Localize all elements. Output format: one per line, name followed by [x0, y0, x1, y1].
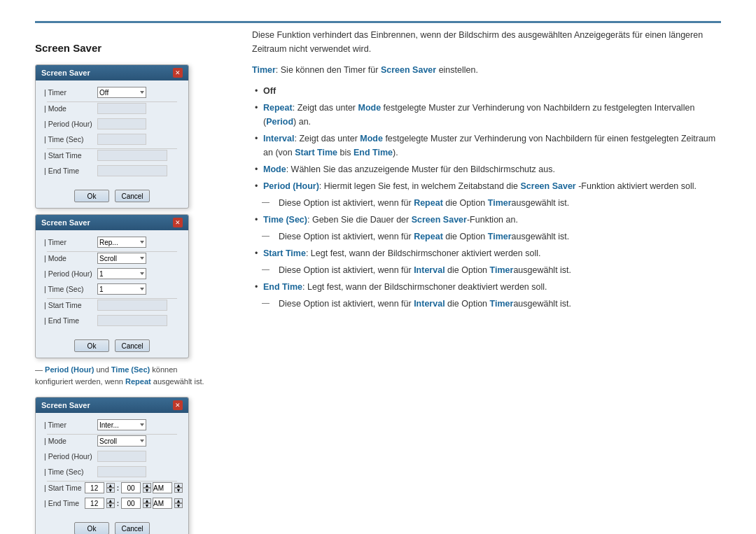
dialog-1-cancel-button[interactable]: Cancel: [115, 190, 150, 202]
bullet-timesec-sub-text: Diese Option ist aktiviert, wenn für: [279, 232, 414, 241]
bullet-timesec-sub-bold1: Repeat: [414, 232, 443, 241]
dialog-3-cancel-button[interactable]: Cancel: [115, 522, 150, 534]
dialog-3-end-hour-spinners: ▲ ▼: [106, 498, 115, 508]
dialog-1-disabled-mode: [97, 103, 146, 114]
dialog-1-select-timer[interactable]: Off: [97, 87, 146, 98]
dialog-3-end-hour-down[interactable]: ▼: [106, 503, 115, 508]
dialog-3-start-ampm-spinners: ▲ ▼: [174, 483, 183, 493]
dialog-3-end-hour[interactable]: [85, 498, 104, 509]
bullet-repeat: Repeat: Zeigt das unter Mode festgelegte…: [252, 101, 721, 129]
screen-saver-dialog-2: Screen Saver ✕ | Timer Rep... |: [35, 214, 189, 358]
dialog-2-ok-button[interactable]: Ok: [74, 339, 109, 352]
bullet-starttime-sub-bold1: Interval: [414, 265, 444, 275]
bullet-repeat-suffix: ) an.: [293, 117, 311, 127]
bullet-endtime-mid1: : Legt fest, wann der Bildschirmschoner …: [302, 282, 547, 292]
dialog-1-control-mode: [97, 103, 183, 114]
dialog-3-start-hour-down[interactable]: ▼: [106, 488, 115, 493]
dialog-2-control-mode: Scroll: [97, 253, 183, 264]
bullet-period-mid2: -Funktion aktiviert werden soll.: [576, 181, 696, 191]
dialog-3-start-ampm-up[interactable]: ▲: [174, 483, 183, 488]
dialog-2-select-timer[interactable]: Rep...: [97, 237, 146, 248]
bullet-endtime: End Time: Legt fest, wann der Bildschirm…: [252, 280, 721, 294]
dialog-3-start-min-down[interactable]: ▼: [143, 488, 151, 493]
dialog-3-select-mode[interactable]: Scroll: [97, 435, 146, 447]
dialog-3-end-min[interactable]: [121, 498, 141, 509]
dialog-2-close-button[interactable]: ✕: [173, 218, 183, 227]
bullet-endtime-sub-mid1: die Option: [445, 299, 490, 309]
screen-saver-dialog-3: Screen Saver ✕ | Timer Inter...: [35, 397, 189, 534]
dialog-3-end-min-up[interactable]: ▲: [143, 498, 151, 503]
bullet-starttime-bold1: Start Time: [263, 248, 306, 258]
bullet-repeat-bold2: Mode: [358, 103, 382, 113]
dialog-1-label-timer: | Timer: [41, 88, 97, 97]
dialog-1-row-timer: | Timer Off: [41, 86, 183, 99]
dialog-1-disabled-starttime: [97, 150, 167, 161]
bullet-mode: Mode: Wählen Sie das anzuzeigende Muster…: [252, 162, 721, 176]
dialog-1-titlebar: Screen Saver ✕: [36, 65, 188, 80]
bullet-period-bold2: Screen Saver: [521, 181, 576, 191]
bullet-timesec-sub-suffix: ausgewählt ist.: [512, 232, 570, 241]
dialog-2-control-period: 1: [97, 268, 183, 279]
dialog-3-start-min-spinners: ▲ ▼: [143, 483, 151, 493]
bullet-timesec-suffix: -Funktion an.: [467, 215, 518, 225]
dialog-2-row-endtime: | End Time: [41, 314, 183, 327]
dialog-2-row-timer: | Timer Rep...: [41, 236, 183, 248]
bullet-timesec-sub-bold2: Timer: [488, 232, 512, 241]
bullet-interval-bold2: Mode: [360, 134, 383, 143]
dialog-3-label-period: | Period (Hour): [41, 452, 97, 461]
dialog-caption-1: — Period (Hour) und Time (Sec) können ko…: [35, 364, 217, 387]
dialog-1-wrap: Screen Saver ✕ | Timer Off | Mod: [35, 64, 217, 209]
bullet-interval-mid1: : Zeigt das unter: [294, 134, 360, 143]
dialog-1-label-period: | Period (Hour): [41, 120, 97, 128]
bullet-starttime-sub-text: Diese Option ist aktiviert, wenn für: [279, 265, 414, 275]
dialog-3-control-starttime: ▲ ▼ : ▲ ▼: [85, 482, 183, 493]
dialog-3-select-timer[interactable]: Inter...: [97, 419, 146, 430]
bullet-mode-mid1: : Wählen Sie das anzuzeigende Muster für…: [286, 164, 555, 174]
dialog-3-end-hour-up[interactable]: ▲: [106, 498, 115, 503]
dialog-3-close-button[interactable]: ✕: [173, 400, 183, 410]
dialog-1-row-mode: | Mode: [41, 102, 183, 115]
bullet-repeat-bold1: Repeat: [263, 103, 293, 113]
bullet-interval: Interval: Zeigt das unter Mode festgeleg…: [252, 132, 721, 160]
bullet-mode-bold1: Mode: [263, 164, 286, 174]
dialog-3-time-controls-start: ▲ ▼ : ▲ ▼: [85, 482, 183, 493]
dialog-3-ok-button[interactable]: Ok: [74, 522, 109, 534]
dialog-3-start-hour-up[interactable]: ▲: [106, 483, 115, 488]
dialog-3-start-hour[interactable]: [85, 482, 104, 493]
dialog-1-control-time: [97, 134, 183, 145]
dialog-2-select-period[interactable]: 1: [97, 268, 146, 279]
dialog-2-row-period: | Period (Hour) 1: [41, 267, 183, 280]
dialog-3-wrap: Screen Saver ✕ | Timer Inter...: [35, 397, 217, 534]
dialog-1-footer: Ok Cancel: [36, 185, 188, 208]
bullet-starttime-sub-bold2: Timer: [490, 265, 514, 275]
dialog-2-disabled-endtime: [97, 315, 167, 326]
dialog-3-start-ampm-down[interactable]: ▼: [174, 488, 183, 493]
dialog-3-end-min-down[interactable]: ▼: [143, 503, 151, 508]
bullet-repeat-bold3: Period: [266, 117, 293, 127]
dialog-3-row-timer: | Timer Inter...: [41, 419, 183, 431]
dialog-3-label-timer: | Timer: [41, 421, 97, 429]
dialog-1-close-button[interactable]: ✕: [173, 68, 183, 78]
dialog-2-label-endtime: | End Time: [41, 316, 97, 325]
dialog-1-ok-button[interactable]: Ok: [74, 190, 109, 202]
dialog-2-select-mode[interactable]: Scroll: [97, 253, 146, 264]
dialog-3-control-time: [97, 466, 183, 477]
left-column: Screen Saver Screen Saver ✕ | Timer Off: [35, 28, 231, 534]
dialog-3-end-ampm-down[interactable]: ▼: [174, 503, 183, 508]
dialog-2-cancel-button[interactable]: Cancel: [115, 339, 150, 352]
dialog-3-start-ampm[interactable]: [153, 482, 172, 493]
bullet-endtime-bold1: End Time: [263, 282, 302, 292]
dialog-3-end-ampm-up[interactable]: ▲: [174, 498, 183, 503]
timer-intro-paragraph: Timer: Sie können den Timer für Screen S…: [252, 63, 721, 77]
bullet-starttime-mid1: : Legt fest, wann der Bildschirmschoner …: [306, 248, 541, 258]
dialog-2-row-time: | Time (Sec) 1: [41, 283, 183, 295]
dialog-3-start-min[interactable]: [121, 482, 141, 493]
dialog-3-end-ampm[interactable]: [153, 498, 172, 509]
dialog-3-start-min-up[interactable]: ▲: [143, 483, 151, 488]
dialog-2-select-time[interactable]: 1: [97, 283, 146, 295]
bullet-period-sub-bold1: Repeat: [414, 198, 443, 208]
bullet-endtime-sub-suffix: ausgewählt ist.: [513, 299, 571, 309]
dialog-1-control-starttime: [97, 150, 183, 161]
dialog-2-titlebar: Screen Saver ✕: [36, 215, 188, 230]
bullet-interval-bold4: End Time: [354, 148, 393, 157]
